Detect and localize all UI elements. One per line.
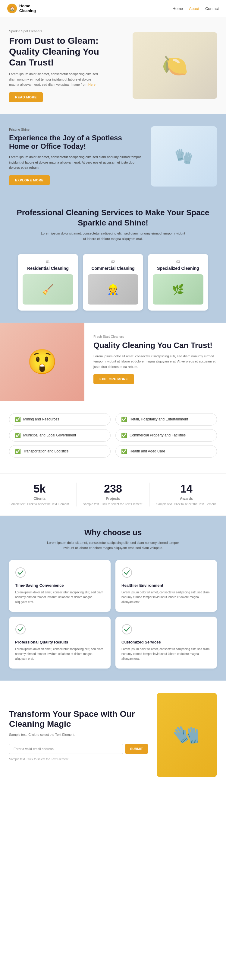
- residential-icon: 🧹: [42, 284, 54, 295]
- why-card-desc-2: Lorem ipsum dolor sit amet, consectetur …: [122, 590, 211, 605]
- nav-about[interactable]: About: [189, 6, 199, 11]
- service-num-3: 03: [153, 260, 204, 264]
- check-icon-1: ✅: [15, 417, 21, 422]
- check-icon-3: ✅: [15, 433, 21, 438]
- industry-badge-municipal: ✅ Municipal and Local Government: [9, 429, 111, 442]
- quality-icon: [15, 624, 104, 637]
- fresh-content: Fresh Start Cleaners Quality Cleaning Yo…: [84, 323, 226, 401]
- navbar: 🏠 Home Cleaning Home About Contact: [0, 0, 226, 17]
- submit-button[interactable]: SUBMIT: [125, 744, 148, 754]
- fresh-desc: Lorem ipsum dolor sit amet, consectetur …: [93, 354, 217, 370]
- why-section: Why choose us Lorem ipsum dolor sit amet…: [0, 516, 226, 681]
- industry-badge-commercial-property: ✅ Commercial Property and Facilities: [115, 429, 217, 442]
- svg-point-0: [16, 568, 25, 578]
- service-cards-row: 01 Residential Cleaning 🧹 02 Commercial …: [0, 251, 226, 323]
- email-input[interactable]: [9, 744, 123, 754]
- fresh-cta-button[interactable]: EXPLORE MORE: [93, 374, 134, 384]
- industries-section: ✅ Mining and Resources ✅ Retail, Hospita…: [0, 401, 226, 473]
- hero-content: Sparkle Spot Cleaners From Dust to Gleam…: [9, 29, 113, 102]
- svg-point-3: [122, 624, 132, 634]
- why-card-time-saving: Time-Saving Convenience Lorem ipsum dolo…: [9, 560, 111, 612]
- check-icon-2: ✅: [121, 417, 127, 422]
- industry-row-3: ✅ Transportation and Logistics ✅ Health …: [9, 445, 217, 458]
- fresh-section: 😲 Fresh Start Cleaners Quality Cleaning …: [0, 323, 226, 401]
- hero-link[interactable]: Here: [88, 83, 95, 86]
- logo-icon: 🏠: [7, 4, 17, 13]
- logo: 🏠 Home Cleaning: [7, 4, 36, 13]
- time-saving-icon: [15, 567, 104, 580]
- svg-point-1: [122, 568, 132, 578]
- nav-home[interactable]: Home: [173, 6, 183, 11]
- service-name-1: Residential Cleaning: [23, 266, 73, 271]
- industry-badge-retail: ✅ Retail, Hospitality and Entertainment: [115, 413, 217, 426]
- commercial-icon: 👷: [107, 284, 119, 295]
- service-card-residential: 01 Residential Cleaning 🧹: [18, 254, 78, 310]
- stat-projects-num: 238: [82, 483, 144, 495]
- hero-title: From Dust to Gleam: Quality Cleaning You…: [9, 35, 113, 68]
- stat-divider-2: [149, 483, 150, 506]
- pristine-title: Experience the Joy of a Spotless Home or…: [9, 134, 142, 151]
- pristine-section: Pristine Shine Experience the Joy of a S…: [0, 114, 226, 199]
- stat-clients-num: 5k: [9, 483, 70, 495]
- why-card-desc-4: Lorem ipsum dolor sit amet, consectetur …: [122, 647, 211, 661]
- why-card-customized: Customized Services Lorem ipsum dolor si…: [115, 617, 217, 668]
- services-intro: Professional Cleaning Services to Make Y…: [0, 199, 226, 251]
- why-title: Why choose us: [9, 528, 217, 537]
- transform-desc: Sample text. Click to select the Text El…: [9, 732, 148, 738]
- transform-footnote: Sample text. Click to select the Text El…: [9, 757, 148, 761]
- transform-section: Transform Your Space with Our Cleaning M…: [0, 681, 226, 789]
- pristine-cta-button[interactable]: EXPLORE MORE: [9, 175, 50, 185]
- industry-label-4: Commercial Property and Facilities: [130, 433, 186, 438]
- transform-image: 🧤: [157, 693, 217, 777]
- industry-label-5: Transportation and Logistics: [23, 449, 68, 453]
- transform-title: Transform Your Space with Our Cleaning M…: [9, 709, 148, 729]
- svg-point-2: [16, 624, 25, 634]
- pristine-brand: Pristine Shine: [9, 128, 142, 131]
- stat-projects-label: Projects: [82, 496, 144, 501]
- why-card-title-1: Time-Saving Convenience: [15, 583, 104, 588]
- why-header: Why choose us Lorem ipsum dolor sit amet…: [9, 528, 217, 551]
- fresh-brand: Fresh Start Cleaners: [93, 335, 217, 338]
- customized-icon: [122, 624, 211, 637]
- stat-projects-desc: Sample text. Click to select the Text El…: [82, 502, 144, 506]
- transform-content: Transform Your Space with Our Cleaning M…: [9, 709, 148, 761]
- check-icon-4: ✅: [121, 433, 127, 438]
- hero-image-box: 🍋: [133, 32, 217, 99]
- service-num-2: 02: [88, 260, 138, 264]
- service-name-3: Specialized Cleaning: [153, 266, 204, 271]
- logo-text: Home Cleaning: [19, 4, 36, 13]
- hero-desc: Lorem ipsum dolor sit amet, consectetur …: [9, 72, 100, 88]
- nav-links: Home About Contact: [173, 6, 219, 11]
- stat-divider-1: [76, 483, 77, 506]
- pristine-image-icon: 🧤: [174, 148, 193, 165]
- hero-image-icon: 🍋: [162, 53, 188, 78]
- stat-projects: 238 Projects Sample text. Click to selec…: [82, 483, 144, 506]
- why-card-desc-1: Lorem ipsum dolor sit amet, consectetur …: [15, 590, 104, 605]
- specialized-icon: 🌿: [172, 284, 184, 295]
- stat-awards-num: 14: [156, 483, 217, 495]
- stats-section: 5k Clients Sample text. Click to select …: [0, 473, 226, 516]
- hero-cta-button[interactable]: READ MORE: [9, 92, 43, 102]
- why-card-title-2: Healthier Environment: [122, 583, 211, 588]
- hero-image-area: 🍋: [113, 32, 217, 99]
- services-intro-title: Professional Cleaning Services to Make Y…: [9, 208, 217, 228]
- industry-label-6: Health and Aged Care: [130, 449, 165, 453]
- stat-awards-desc: Sample text. Click to select the Text El…: [156, 502, 217, 506]
- email-form: SUBMIT: [9, 744, 148, 754]
- industry-label-2: Retail, Hospitality and Entertainment: [130, 417, 188, 422]
- industry-badge-health: ✅ Health and Aged Care: [115, 445, 217, 458]
- industry-row-1: ✅ Mining and Resources ✅ Retail, Hospita…: [9, 413, 217, 426]
- why-card-title-3: Professional Quality Results: [15, 640, 104, 644]
- service-card-specialized: 03 Specialized Cleaning 🌿: [148, 254, 208, 310]
- industry-badge-transport: ✅ Transportation and Logistics: [9, 445, 111, 458]
- nav-contact[interactable]: Contact: [205, 6, 219, 11]
- hero-brand: Sparkle Spot Cleaners: [9, 29, 113, 33]
- services-intro-desc: Lorem ipsum dolor sit amet, consectetur …: [41, 231, 185, 242]
- pristine-desc: Lorem ipsum dolor sit amet, consectetur …: [9, 154, 142, 170]
- check-icon-5: ✅: [15, 449, 21, 454]
- pristine-content: Pristine Shine Experience the Joy of a S…: [9, 128, 142, 185]
- stat-clients: 5k Clients Sample text. Click to select …: [9, 483, 70, 506]
- stat-awards: 14 Awards Sample text. Click to select t…: [156, 483, 217, 506]
- fresh-title: Quality Cleaning You Can Trust!: [93, 341, 217, 350]
- fresh-image: 😲: [0, 323, 84, 401]
